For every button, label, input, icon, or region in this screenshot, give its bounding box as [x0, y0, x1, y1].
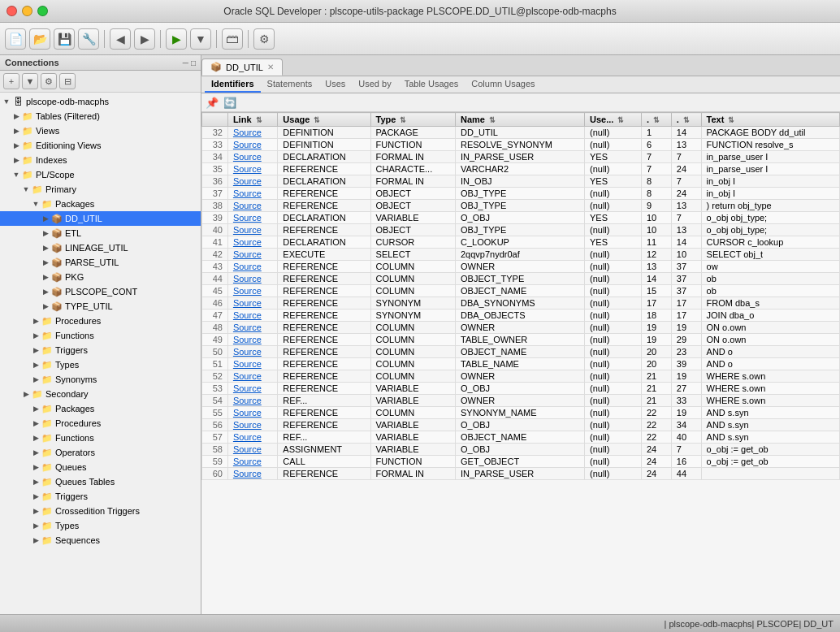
sidebar-item-packages2[interactable]: ▶📁Packages [0, 401, 201, 416]
tab-statements[interactable]: Statements [261, 76, 319, 93]
col-rownum[interactable] [202, 113, 228, 127]
sidebar-item-dd_util[interactable]: ▶📦DD_UTIL [0, 211, 201, 226]
col-name[interactable]: Name ⇅ [456, 113, 585, 127]
sidebar-item-plscope_cont[interactable]: ▶📦PLSCOPE_CONT [0, 284, 201, 299]
sidebar-item-views[interactable]: ▶📁Views [0, 123, 201, 138]
sidebar-item-plscope[interactable]: ▼📁PL/Scope [0, 167, 201, 182]
tree-toggle-etl[interactable]: ▶ [41, 228, 50, 238]
source-link[interactable]: Source [233, 335, 262, 344]
tree-toggle-procedures2[interactable]: ▶ [31, 418, 41, 428]
maximize-sidebar-btn[interactable]: □ [191, 58, 196, 67]
sidebar-item-synonyms[interactable]: ▶📁Synonyms [0, 372, 201, 387]
cell-link[interactable]: Source [227, 431, 277, 444]
source-link[interactable]: Source [233, 286, 262, 296]
tree-toggle-functions[interactable]: ▶ [31, 331, 41, 340]
cell-link[interactable]: Source [227, 407, 277, 419]
source-link[interactable]: Source [233, 140, 262, 149]
collapse-btn[interactable]: ⊟ [59, 73, 76, 89]
source-link[interactable]: Source [233, 164, 262, 174]
tree-toggle-types2[interactable]: ▶ [31, 521, 41, 530]
cell-link[interactable]: Source [227, 188, 277, 200]
source-link[interactable]: Source [233, 469, 262, 478]
cell-link[interactable]: Source [227, 175, 277, 188]
tree-toggle-triggers2[interactable]: ▶ [31, 491, 41, 501]
tree-toggle-indexes[interactable]: ▶ [11, 155, 21, 165]
add-connection-btn[interactable]: + [3, 73, 19, 89]
source-link[interactable]: Source [233, 274, 262, 284]
tree-toggle-triggers[interactable]: ▶ [31, 345, 41, 355]
tree-toggle-synonyms[interactable]: ▶ [31, 374, 41, 384]
cell-link[interactable]: Source [227, 322, 277, 334]
source-link[interactable]: Source [233, 432, 262, 442]
source-link[interactable]: Source [233, 420, 262, 430]
cell-link[interactable]: Source [227, 468, 277, 480]
extra-button[interactable]: ⚙ [253, 28, 275, 50]
source-link[interactable]: Source [233, 237, 262, 247]
forward-button[interactable]: ▶ [134, 28, 155, 50]
source-link[interactable]: Source [233, 359, 262, 369]
tree-toggle-dd_util[interactable]: ▶ [41, 214, 50, 223]
run-button[interactable]: ▶ [166, 28, 187, 50]
cell-link[interactable]: Source [227, 139, 277, 151]
tree-toggle-packages2[interactable]: ▶ [31, 404, 41, 413]
pin-btn[interactable]: 📌 [205, 95, 219, 110]
tab-close-btn[interactable]: ✕ [267, 63, 274, 71]
cell-link[interactable]: Source [227, 383, 277, 395]
sidebar-item-indexes[interactable]: ▶📁Indexes [0, 153, 201, 167]
tree-toggle-conn[interactable]: ▼ [2, 97, 11, 106]
sidebar-item-functions2[interactable]: ▶📁Functions [0, 431, 201, 445]
tree-toggle-sequences[interactable]: ▶ [31, 535, 41, 545]
tree-toggle-packages[interactable]: ▼ [31, 199, 41, 209]
sidebar-item-lineage_util[interactable]: ▶📦LINEAGE_UTIL [0, 240, 201, 255]
col-text[interactable]: Text ⇅ [701, 113, 839, 127]
cell-link[interactable]: Source [227, 224, 277, 236]
sidebar-item-tables[interactable]: ▶📁Tables (Filtered) [0, 109, 201, 123]
source-link[interactable]: Source [233, 396, 262, 405]
source-link[interactable]: Source [233, 152, 262, 162]
cell-link[interactable]: Source [227, 261, 277, 273]
cell-link[interactable]: Source [227, 370, 277, 383]
tree-toggle-plscope_cont[interactable]: ▶ [41, 287, 50, 297]
tree-toggle-types[interactable]: ▶ [31, 360, 41, 370]
cell-link[interactable]: Source [227, 419, 277, 431]
cell-link[interactable]: Source [227, 151, 277, 163]
tab-uses[interactable]: Uses [318, 76, 352, 93]
sidebar-item-packages[interactable]: ▼📁Packages [0, 197, 201, 211]
cell-link[interactable]: Source [227, 456, 277, 468]
tab-table-usages[interactable]: Table Usages [398, 76, 465, 93]
cell-link[interactable]: Source [227, 444, 277, 456]
sidebar-item-queue_tables[interactable]: ▶📁Queues Tables [0, 474, 201, 489]
sidebar-item-conn[interactable]: ▼🗄plscope-odb-macphs [0, 94, 201, 109]
source-link[interactable]: Source [233, 408, 262, 418]
col-7[interactable]: . ⇅ [671, 113, 701, 127]
col-link[interactable]: Link ⇅ [227, 113, 277, 127]
sidebar-item-etl[interactable]: ▶📦ETL [0, 226, 201, 240]
save-button[interactable]: 💾 [54, 28, 75, 50]
maximize-button[interactable] [37, 6, 48, 16]
sidebar-item-parse_util[interactable]: ▶📦PARSE_UTIL [0, 255, 201, 270]
minimize-button[interactable] [22, 6, 32, 16]
tree-toggle-editioning[interactable]: ▶ [11, 141, 21, 150]
cell-link[interactable]: Source [227, 310, 277, 322]
cell-link[interactable]: Source [227, 273, 277, 285]
sidebar-item-procedures2[interactable]: ▶📁Procedures [0, 416, 201, 431]
sidebar-item-procedures[interactable]: ▶📁Procedures [0, 314, 201, 328]
sidebar-item-pkg[interactable]: ▶📦PKG [0, 270, 201, 284]
tree-toggle-functions2[interactable]: ▶ [31, 433, 41, 443]
cell-link[interactable]: Source [227, 200, 277, 212]
tree-toggle-pkg[interactable]: ▶ [41, 272, 50, 282]
tab-identifiers[interactable]: Identifiers [205, 76, 261, 93]
sidebar-item-queues[interactable]: ▶📁Queues [0, 460, 201, 474]
source-link[interactable]: Source [233, 298, 262, 308]
tree-toggle-procedures[interactable]: ▶ [31, 316, 41, 326]
source-link[interactable]: Source [233, 457, 262, 466]
filter-btn[interactable]: ⚙ [41, 73, 57, 89]
tree-toggle-crossedition[interactable]: ▶ [31, 506, 41, 516]
source-link[interactable]: Source [233, 310, 262, 320]
source-link[interactable]: Source [233, 188, 262, 198]
open-button[interactable]: 📂 [29, 28, 50, 50]
sidebar-item-triggers[interactable]: ▶📁Triggers [0, 343, 201, 357]
new-button[interactable]: 📄 [5, 28, 26, 50]
tree-toggle-operators[interactable]: ▶ [31, 448, 41, 457]
db-button[interactable]: 🗃 [222, 28, 243, 50]
